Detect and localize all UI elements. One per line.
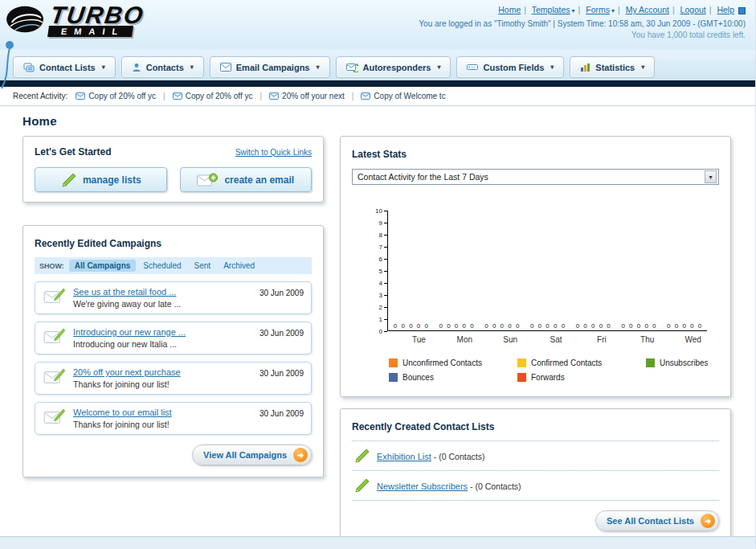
envelope-icon <box>76 92 85 100</box>
page-title: Home <box>0 114 755 136</box>
logo-swoosh-icon <box>5 3 47 37</box>
chart-categories: TueMonSunSatFriThuWed <box>396 331 716 344</box>
envelope-icon <box>173 92 182 100</box>
bar-value-labels: 0 0 0 0 0 <box>388 322 434 330</box>
chart-plot: 0 0 0 0 00 0 0 0 00 0 0 0 00 0 0 0 00 0 … <box>387 211 707 331</box>
chart-bar-group: 0 0 0 0 0 <box>388 211 434 330</box>
stats-period-select[interactable]: Contact Activity for the Last 7 Days ▾ <box>352 169 719 185</box>
manage-lists-button[interactable]: manage lists <box>35 167 167 192</box>
filter-archived[interactable]: Archived <box>218 260 260 272</box>
chart-bar-group: 0 0 0 0 0 <box>661 211 707 330</box>
chart-bar-group: 0 0 0 0 0 <box>434 211 480 330</box>
contact-lists-panel: Recently Created Contact Lists Exhibitio… <box>340 408 731 542</box>
switch-quick-links-link[interactable]: Switch to Quick Links <box>235 148 312 157</box>
contacts-icon <box>132 63 141 72</box>
category-label: Mon <box>442 331 488 344</box>
recent-activity-text: Copy of Welcome tc <box>374 92 445 100</box>
legend-swatch <box>517 358 526 367</box>
campaign-link[interactable]: 20% off your next purchase <box>73 367 253 377</box>
logo-title: TURBO <box>49 3 146 27</box>
tab-contacts[interactable]: Contacts▾ <box>121 56 204 78</box>
chart-bar-group: 0 0 0 0 0 <box>616 211 662 330</box>
envelope-icon <box>269 92 279 100</box>
top-link-my-account[interactable]: My Account <box>626 5 669 14</box>
campaign-row[interactable]: 20% off your next purchase Thanks for jo… <box>35 362 312 395</box>
campaign-subject: Thanks for joining our list! <box>73 379 253 389</box>
recent-activity-item[interactable]: Copy of 20% off yc <box>76 92 156 100</box>
login-status: You are logged in as "Timothy Smith" | S… <box>419 19 746 28</box>
chart-y-axis: 109876543210 <box>370 211 387 331</box>
legend-swatch <box>517 373 526 382</box>
caret-down-icon: ▾ <box>611 7 615 14</box>
manage-lists-label: manage lists <box>83 174 141 186</box>
campaign-row[interactable]: See us at the retail food ... We're givi… <box>35 281 312 314</box>
campaign-row[interactable]: Welcome to our email list Thanks for joi… <box>35 402 312 435</box>
contact-list-link[interactable]: Newsletter Subscribers <box>377 481 468 491</box>
latest-stats-title: Latest Stats <box>352 149 407 160</box>
edit-campaign-icon <box>43 368 67 386</box>
help-icon[interactable] <box>738 7 746 14</box>
filter-sent[interactable]: Sent <box>189 260 217 272</box>
top-link-home[interactable]: Home <box>498 5 521 14</box>
top-link-templates[interactable]: Templates <box>532 5 570 14</box>
separator: | <box>578 5 581 14</box>
get-started-panel: Let's Get Started Switch to Quick Links … <box>22 136 324 203</box>
recent-activity-item[interactable]: Copy of 20% off yc <box>173 92 253 100</box>
contact-list-row[interactable]: Exhibition List - (0 Contacts) <box>352 441 719 471</box>
recent-activity-item[interactable]: Copy of Welcome tc <box>361 92 445 100</box>
arrow-right-icon: ➜ <box>293 448 308 462</box>
tab-label: Autoresponders <box>363 63 431 72</box>
recent-activity-item[interactable]: 20% off your next <box>269 92 345 100</box>
contact-list-count: - (0 Contacts) <box>468 481 521 491</box>
contact-activity-chart: 109876543210 0 0 0 0 00 0 0 0 00 0 0 0 0… <box>370 211 719 331</box>
category-label: Sun <box>488 331 533 344</box>
legend-label: Confirmed Contacts <box>531 358 602 367</box>
contact-list-row[interactable]: Newsletter Subscribers - (0 Contacts) <box>352 471 719 501</box>
top-link-logout[interactable]: Logout <box>680 5 706 14</box>
legend-item: Unconfirmed Contacts <box>389 358 517 367</box>
top-links: Home| Templates▾| Forms▾| My Account| Lo… <box>419 5 746 14</box>
autoresponders-icon <box>346 63 358 72</box>
edit-list-icon <box>353 449 370 463</box>
tab-autoresponders[interactable]: Autoresponders▾ <box>336 56 452 78</box>
tab-contact-lists[interactable]: Contact Lists▾ <box>13 56 116 78</box>
campaign-row[interactable]: Introducing our new range ... Introducin… <box>35 322 312 354</box>
tab-statistics[interactable]: Statistics▾ <box>570 56 655 78</box>
tab-custom-fields[interactable]: Custom Fields▾ <box>456 56 564 78</box>
top-link-forms[interactable]: Forms <box>586 5 610 14</box>
campaign-subject: Introducing our new Italia ... <box>73 339 253 349</box>
campaign-link[interactable]: Introducing our new range ... <box>73 327 253 337</box>
header: TURBO EMAIL Home| Templates▾| Forms▾| My… <box>0 0 755 50</box>
caret-down-icon: ▾ <box>641 64 644 71</box>
contact-list-link[interactable]: Exhibition List <box>377 452 431 461</box>
legend-item: Bounces <box>389 373 517 382</box>
see-all-contact-lists-label: See All Contact Lists <box>607 516 694 526</box>
create-email-button[interactable]: create an email <box>180 167 313 192</box>
campaign-link[interactable]: Welcome to our email list <box>73 408 253 417</box>
filter-scheduled[interactable]: Scheduled <box>137 260 186 272</box>
filter-all-campaigns[interactable]: All Campaigns <box>69 260 136 272</box>
view-all-campaigns-button[interactable]: View All Campaigns ➜ <box>192 445 312 465</box>
campaign-subject: Thanks for joining our list! <box>73 420 253 429</box>
separator: | <box>672 5 675 14</box>
caret-down-icon: ▾ <box>437 64 440 71</box>
legend-label: Bounces <box>403 373 434 382</box>
top-link-help[interactable]: Help <box>717 5 734 14</box>
view-all-campaigns-label: View All Campaigns <box>203 450 287 460</box>
bar-value-labels: 0 0 0 0 0 <box>434 322 480 330</box>
edit-campaign-icon <box>43 288 67 305</box>
contact-list-count: - (0 Contacts) <box>431 452 485 461</box>
app-logo: TURBO EMAIL <box>5 3 144 37</box>
pencil-icon <box>60 173 76 187</box>
main-content: Home Let's Get Started Switch to Quick L… <box>0 106 755 542</box>
bar-value-labels: 0 0 0 0 0 <box>616 322 662 330</box>
chart-bar-group: 0 0 0 0 0 <box>525 211 570 330</box>
decorative-swoosh <box>0 37 21 90</box>
tab-email-campaigns[interactable]: Email Campaigns▾ <box>210 56 330 78</box>
footer-band <box>0 536 755 549</box>
get-started-title: Let's Get Started <box>35 146 112 158</box>
legend-item: Forwards <box>517 373 646 382</box>
campaign-link[interactable]: See us at the retail food ... <box>73 287 253 297</box>
see-all-contact-lists-button[interactable]: See All Contact Lists ➜ <box>595 510 719 531</box>
show-label: SHOW: <box>39 262 64 270</box>
